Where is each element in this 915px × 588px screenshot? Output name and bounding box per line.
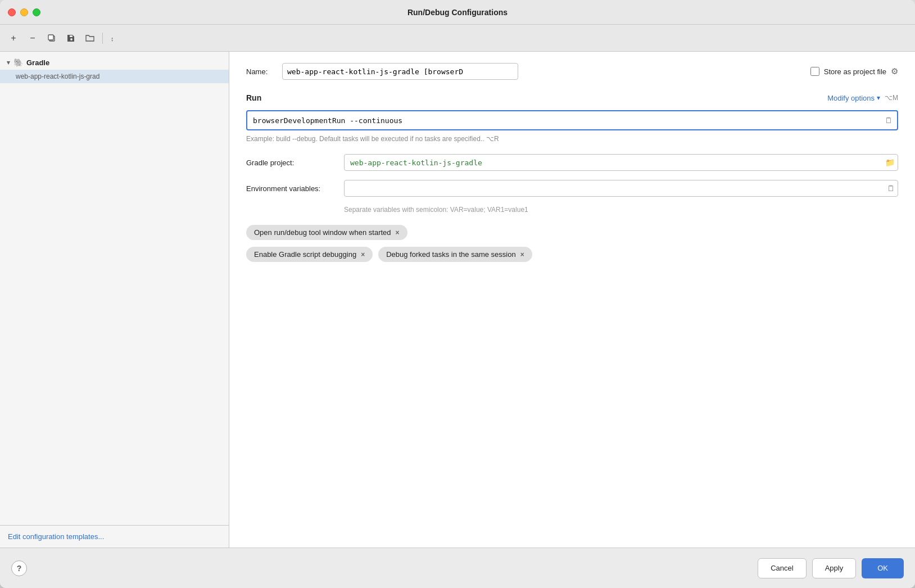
bottom-left: ?: [11, 560, 27, 576]
run-section-title: Run: [246, 93, 261, 102]
gradle-project-input-wrapper: 📁: [344, 154, 898, 171]
tag-row-0: Open run/debug tool window when started …: [246, 225, 898, 240]
modify-chevron-icon: ▾: [877, 94, 880, 102]
store-project-checkbox[interactable]: [810, 67, 819, 76]
right-panel: Name: Store as project file ⚙ Run Modify…: [229, 52, 915, 548]
sidebar-item-gradle[interactable]: ▾ 🐘 Gradle: [0, 55, 229, 70]
gradle-project-label: Gradle project:: [246, 159, 336, 167]
toolbar-separator: [102, 33, 103, 44]
folder-browse-icon[interactable]: 📁: [885, 158, 895, 167]
close-button[interactable]: [8, 8, 16, 16]
sidebar-tree: ▾ 🐘 Gradle web-app-react-kotlin-js-grad: [0, 52, 229, 525]
run-section-header: Run Modify options ▾ ⌥M: [246, 93, 898, 102]
apply-button[interactable]: Apply: [812, 558, 857, 578]
maximize-button[interactable]: [33, 8, 40, 16]
sidebar-item-web-app[interactable]: web-app-react-kotlin-js-grad: [0, 70, 229, 83]
env-hint: Separate variables with semicolon: VAR=v…: [344, 206, 898, 214]
sidebar-item-label: web-app-react-kotlin-js-grad: [16, 73, 99, 80]
help-button[interactable]: ?: [11, 560, 27, 576]
traffic-lights: [8, 8, 40, 16]
gradle-project-row: Gradle project: 📁: [246, 154, 898, 171]
run-input-row: 🗒: [246, 110, 898, 130]
env-variables-input-wrapper: 🗒: [344, 180, 898, 197]
sort-config-button[interactable]: ↕: [107, 30, 123, 46]
save-config-button[interactable]: [63, 30, 79, 46]
tag-chip-label: Enable Gradle script debugging: [254, 250, 356, 259]
minimize-button[interactable]: [20, 8, 28, 16]
tag-chip-label: Debug forked tasks in the same session: [386, 250, 516, 259]
env-variables-row: Environment variables: 🗒: [246, 180, 898, 197]
bottom-bar: ? Cancel Apply OK: [0, 548, 915, 588]
sidebar-footer: Edit configuration templates...: [0, 525, 229, 548]
window: Run/Debug Configurations + − ↕: [0, 0, 915, 588]
remove-config-button[interactable]: −: [25, 30, 40, 46]
gear-icon[interactable]: ⚙: [891, 66, 898, 76]
store-project-section: Store as project file ⚙: [810, 66, 898, 76]
modify-shortcut: ⌥M: [885, 94, 898, 102]
env-variables-label: Environment variables:: [246, 184, 336, 193]
store-project-label: Store as project file: [824, 67, 886, 76]
run-hint: Example: build --debug. Default tasks wi…: [246, 135, 898, 143]
folder-config-button[interactable]: [82, 30, 98, 46]
gradle-icon: 🐘: [13, 58, 23, 67]
env-variables-input[interactable]: [344, 180, 898, 197]
main-content: ▾ 🐘 Gradle web-app-react-kotlin-js-grad …: [0, 52, 915, 548]
sidebar-item-label: Gradle: [26, 58, 49, 67]
tag-chip-label: Open run/debug tool window when started: [254, 228, 391, 237]
sidebar: ▾ 🐘 Gradle web-app-react-kotlin-js-grad …: [0, 52, 229, 548]
tags-section: Open run/debug tool window when started …: [246, 225, 898, 262]
tag-chip-debug-forked: Debug forked tasks in the same session ×: [378, 247, 532, 262]
ok-button[interactable]: OK: [862, 558, 904, 578]
copy-config-button[interactable]: [44, 30, 60, 46]
title-bar: Run/Debug Configurations: [0, 0, 915, 25]
tag-chip-close-2[interactable]: ×: [520, 251, 524, 258]
right-panel-inner: Name: Store as project file ⚙ Run Modify…: [229, 52, 915, 548]
tag-chip-close-0[interactable]: ×: [396, 229, 400, 236]
name-row: Name: Store as project file ⚙: [246, 63, 898, 80]
svg-rect-1: [48, 35, 53, 40]
edit-templates-link[interactable]: Edit configuration templates...: [8, 532, 104, 541]
document-expand-icon[interactable]: 🗒: [887, 184, 895, 193]
modify-options-link[interactable]: Modify options: [827, 94, 875, 102]
tag-row-1: Enable Gradle script debugging × Debug f…: [246, 247, 898, 262]
add-config-button[interactable]: +: [6, 30, 21, 46]
svg-text:↕: ↕: [111, 35, 114, 42]
run-input[interactable]: [246, 110, 898, 130]
tag-chip-open-run-debug: Open run/debug tool window when started …: [246, 225, 407, 240]
window-title: Run/Debug Configurations: [407, 8, 508, 17]
name-input[interactable]: [282, 63, 518, 80]
chevron-icon: ▾: [7, 59, 10, 66]
gradle-project-input[interactable]: [344, 154, 898, 171]
cancel-button[interactable]: Cancel: [758, 558, 806, 578]
name-label: Name:: [246, 67, 274, 76]
toolbar: + − ↕: [0, 25, 915, 52]
tag-chip-close-1[interactable]: ×: [361, 251, 365, 258]
bottom-right: Cancel Apply OK: [758, 558, 904, 578]
tag-chip-enable-gradle: Enable Gradle script debugging ×: [246, 247, 373, 262]
document-icon[interactable]: 🗒: [885, 116, 893, 125]
